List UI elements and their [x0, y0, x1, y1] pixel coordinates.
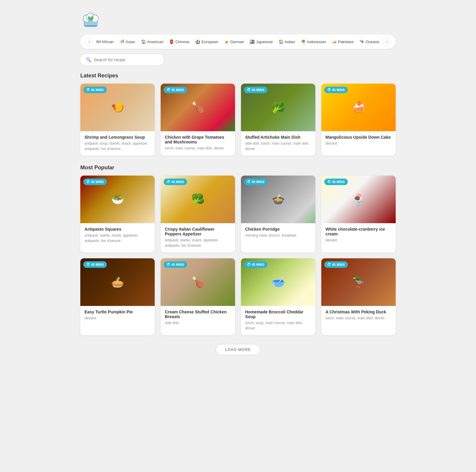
clock-icon: ⏱ — [86, 262, 90, 267]
card-body: Antipasto Squares antipasti, starter, sn… — [80, 223, 155, 248]
card-image-turtle-pumpkin-pie: 🥧 ⏱ 45 MINS — [80, 258, 155, 306]
card-image-white-choc-icecream: 🍨 ⏱ 45 MINS — [321, 176, 396, 223]
recipe-card-artichoke[interactable]: 🥦 ⏱ 60 MINS Stuffed Artichoke Main Dish … — [241, 84, 315, 156]
clock-icon: ⏱ — [86, 88, 90, 92]
latest-recipes-title: Latest Recipes — [80, 73, 396, 79]
time-badge: ⏱ 45 MINS — [324, 261, 348, 268]
recipe-card-chicken-porridge[interactable]: 🍲 ⏱ 45 MINS Chicken Porridge morning mea… — [241, 176, 315, 252]
nav-item-pakistani[interactable]: 🍛Pakistani — [330, 38, 356, 45]
clock-icon: ⏱ — [167, 262, 170, 267]
card-body: A Christmas With Peking Duck lunch, main… — [321, 306, 396, 325]
recipe-card-cauliflower-poppers[interactable]: 🥦 ⏱ 45 MINS Crispy Italian Cauliflower P… — [161, 176, 235, 252]
svg-rect-1 — [85, 25, 97, 27]
card-body: Mangolicious Upside Down Cake dessert — [321, 131, 396, 150]
nav-item-label: Oceanic — [366, 40, 380, 44]
nav-item-african[interactable]: 🍽African — [95, 38, 115, 45]
search-icon: 🔍 — [86, 57, 91, 62]
time-label: 45 MINS — [332, 180, 345, 184]
card-image-cream-cheese-chicken: 🍗 ⏱ 45 MINS — [161, 258, 235, 306]
card-tags: dessert — [325, 141, 392, 146]
clock-icon: ⏱ — [247, 88, 250, 92]
nav-item-asian[interactable]: 🍜Asian — [118, 38, 137, 45]
card-image-shrimp-soup: 🍤 ⏱ 45 MINS — [80, 84, 155, 131]
indonesian-icon: 🌴 — [301, 39, 306, 44]
recipe-card-antipasto-squares[interactable]: 🥗 ⏱ 45 MINS Antipasto Squares antipasti,… — [80, 176, 155, 252]
card-body: Cream Cheese Stuffed Chicken Breasts sid… — [161, 306, 235, 330]
recipe-card-turtle-pumpkin-pie[interactable]: 🥧 ⏱ 45 MINS Easy Turtle Pumpkin Pie dess… — [80, 258, 155, 335]
latest-recipes-grid: 🍤 ⏱ 45 MINS Shrimp and Lemongrass Soup a… — [80, 84, 396, 156]
american-icon: 🏠 — [141, 39, 146, 44]
nav-item-label: American — [147, 40, 164, 44]
nav-bar: ‹ 🍽African🍜Asian🏠American🏮Chinese🏰Europe… — [80, 35, 396, 49]
clock-icon: ⏱ — [247, 180, 250, 184]
nav-item-american[interactable]: 🏠American — [139, 38, 165, 45]
time-label: 45 MINS — [171, 263, 184, 266]
nav-item-label: Indonesian — [307, 40, 326, 44]
nav-item-japanese[interactable]: 🍱Japanese — [248, 38, 274, 45]
card-title: Easy Turtle Pumpkin Pie — [84, 310, 151, 314]
most-popular-grid: 🥗 ⏱ 45 MINS Antipasto Squares antipasti,… — [80, 176, 396, 335]
clock-icon: ⏱ — [167, 180, 170, 184]
time-label: 45 MINS — [171, 88, 184, 92]
nav-item-label: Indian — [285, 40, 295, 44]
time-label: 60 MINS — [252, 88, 264, 92]
recipe-card-chicken-grape[interactable]: 🍗 ⏱ 45 MINS Chicken with Grape Tomatoes … — [161, 84, 235, 156]
nav-item-label: European — [201, 40, 218, 44]
african-icon: 🍽 — [96, 39, 101, 44]
card-body: White chocolate-cranberry ice cream dess… — [321, 223, 396, 247]
clock-icon: ⏱ — [327, 262, 331, 267]
nav-next-button[interactable]: › — [383, 37, 391, 46]
recipe-card-mango-cake[interactable]: 🍰 ⏱ 45 MINS Mangolicious Upside Down Cak… — [321, 84, 396, 156]
load-more-button[interactable]: LOAD MORE — [216, 344, 260, 355]
card-image-mango-cake: 🍰 ⏱ 45 MINS — [321, 84, 396, 131]
nav-items: 🍽African🍜Asian🏠American🏮Chinese🏰European… — [93, 38, 383, 45]
nav-item-indonesian[interactable]: 🌴Indonesian — [299, 38, 328, 45]
recipe-card-shrimp-soup[interactable]: 🍤 ⏱ 45 MINS Shrimp and Lemongrass Soup a… — [80, 84, 155, 156]
load-more-wrap: LOAD MORE — [80, 344, 396, 355]
card-body: Homemade Broccoli Cheddar Soup lunch, so… — [241, 306, 315, 335]
nav-item-european[interactable]: 🏰European — [193, 38, 220, 45]
card-tags: lunch, main course, main dish, dinner — [325, 315, 392, 321]
app-logo[interactable] — [80, 11, 101, 32]
card-title: White chocolate-cranberry ice cream — [325, 227, 392, 236]
nav-item-chinese[interactable]: 🏮Chinese — [167, 38, 191, 45]
card-tags: side dish — [165, 320, 231, 326]
recipe-card-peking-duck[interactable]: 🦆 ⏱ 45 MINS A Christmas With Peking Duck… — [321, 258, 396, 335]
recipe-card-white-choc-icecream[interactable]: 🍨 ⏱ 45 MINS White chocolate-cranberry ic… — [321, 176, 396, 252]
nav-item-label: Asian — [126, 40, 135, 44]
card-tags: dessert — [325, 237, 392, 243]
card-image-antipasto-squares: 🥗 ⏱ 45 MINS — [80, 176, 155, 223]
clock-icon: ⏱ — [86, 180, 90, 184]
nav-prev-button[interactable]: ‹ — [85, 37, 93, 46]
time-badge: ⏱ 45 MINS — [164, 261, 187, 268]
most-popular-section: Most Popular 🥗 ⏱ 45 MINS Antipasto Squar… — [80, 165, 396, 335]
search-input[interactable] — [94, 57, 158, 62]
time-label: 45 MINS — [332, 263, 345, 266]
time-label: 45 MINS — [91, 180, 104, 184]
card-image-artichoke: 🥦 ⏱ 60 MINS — [241, 84, 315, 131]
recipe-card-cream-cheese-chicken[interactable]: 🍗 ⏱ 45 MINS Cream Cheese Stuffed Chicken… — [161, 258, 235, 335]
card-body: Chicken Porridge morning meal, brunch, b… — [241, 223, 315, 242]
card-title: Antipasto Squares — [84, 227, 151, 232]
card-body: Stuffed Artichoke Main Dish side dish, l… — [241, 131, 315, 156]
nav-item-indian[interactable]: 🏠Indian — [277, 38, 297, 45]
time-badge: ⏱ 45 MINS — [83, 179, 107, 185]
recipe-card-broccoli-cheddar[interactable]: 🥣 ⏱ 45 MINS Homemade Broccoli Cheddar So… — [241, 258, 315, 335]
card-tags: dessert — [84, 315, 151, 321]
nav-item-label: African — [102, 40, 114, 44]
latest-recipes-section: Latest Recipes 🍤 ⏱ 45 MINS Shrimp and Le… — [80, 73, 396, 156]
nav-item-german[interactable]: 🍺German — [222, 38, 246, 45]
card-tags: lunch, main course, main dish, dinner — [165, 146, 231, 151]
nav-item-oceanic[interactable]: 🦘Oceanic — [358, 38, 382, 45]
card-body: Chicken with Grape Tomatoes and Mushroom… — [161, 131, 235, 155]
clock-icon: ⏱ — [327, 88, 331, 92]
card-tags: morning meal, brunch, breakfast — [245, 233, 311, 238]
time-badge: ⏱ 45 MINS — [244, 179, 267, 185]
time-badge: ⏱ 45 MINS — [164, 87, 187, 93]
card-image-peking-duck: 🦆 ⏱ 45 MINS — [321, 258, 396, 306]
card-image-broccoli-cheddar: 🥣 ⏱ 45 MINS — [241, 258, 315, 306]
time-badge: ⏱ 60 MINS — [244, 87, 267, 93]
time-label: 45 MINS — [252, 180, 264, 184]
clock-icon: ⏱ — [167, 88, 170, 92]
time-badge: ⏱ 45 MINS — [244, 261, 267, 268]
